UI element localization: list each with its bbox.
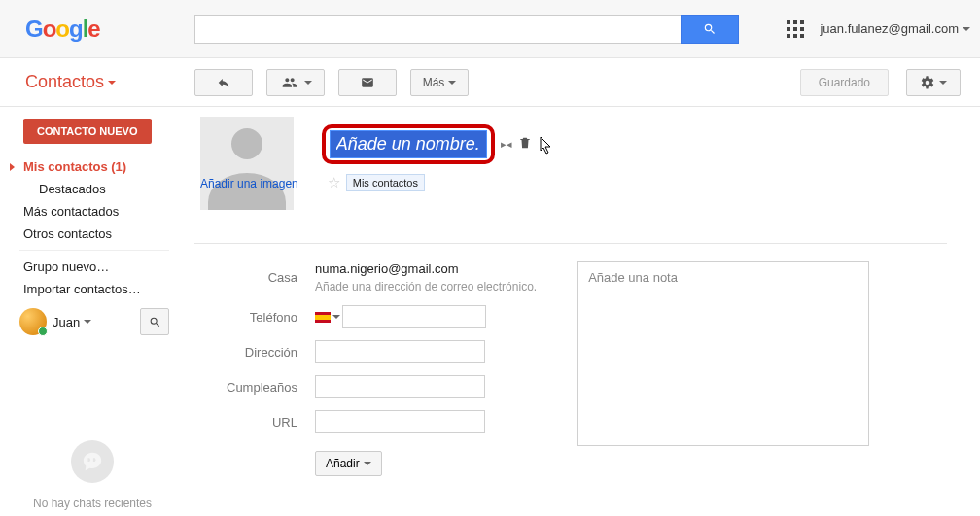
chat-search-button[interactable]	[140, 308, 169, 335]
chat-footer: No hay chats recientes	[0, 440, 185, 510]
trash-icon	[518, 135, 532, 151]
chevron-down-icon	[304, 81, 312, 85]
chevron-down-icon	[108, 81, 116, 85]
search-input[interactable]	[194, 15, 681, 44]
new-contact-button[interactable]: CONTACTO NUEVO	[23, 119, 152, 144]
address-input[interactable]	[315, 340, 485, 363]
field-label-birthday: Cumpleaños	[194, 380, 315, 395]
user-email: juan.fulanez@gmail.com	[820, 21, 959, 36]
chevron-down-icon	[364, 462, 371, 465]
more-button[interactable]: Más	[410, 69, 469, 96]
settings-button[interactable]	[906, 69, 961, 96]
search-icon	[703, 22, 717, 36]
nav-import[interactable]: Importar contactos…	[0, 278, 185, 300]
search-icon	[149, 316, 161, 328]
mail-icon	[359, 76, 376, 89]
back-button[interactable]	[194, 69, 253, 96]
apps-icon[interactable]	[787, 20, 804, 38]
user-status-menu[interactable]: Juan	[52, 315, 134, 329]
expand-name-icon[interactable]: ▸◂	[501, 138, 512, 151]
nav-new-group[interactable]: Grupo nuevo…	[0, 256, 185, 278]
nav-starred[interactable]: Destacados	[0, 178, 185, 200]
chevron-down-icon	[84, 320, 91, 324]
field-label-address: Dirección	[194, 345, 315, 360]
hangouts-icon[interactable]	[71, 440, 114, 483]
chevron-down-icon	[332, 315, 340, 319]
note-textarea[interactable]: Añade una nota	[578, 261, 869, 446]
main-content: Añadir una imagen ▸◂ ☆ Mis contactos	[185, 107, 980, 516]
contact-photo-placeholder[interactable]	[200, 117, 294, 210]
email-hint[interactable]: Añade una dirección de correo electrónic…	[315, 280, 537, 293]
no-chats-label: No hay chats recientes	[0, 497, 185, 510]
search-bar	[194, 15, 739, 44]
groups-button[interactable]	[266, 69, 325, 96]
field-label-home: Casa	[194, 270, 315, 285]
email-button[interactable]	[338, 69, 397, 96]
nav-other-contacts[interactable]: Otros contactos	[0, 223, 185, 245]
phone-input[interactable]	[342, 305, 486, 328]
account-menu[interactable]: juan.fulanez@gmail.com	[820, 21, 970, 36]
add-field-button[interactable]: Añadir	[315, 451, 382, 476]
sidebar: CONTACTO NUEVO Mis contactos (1) Destaca…	[0, 107, 185, 516]
add-image-link[interactable]: Añadir una imagen	[200, 177, 298, 190]
contact-group-tag[interactable]: Mis contactos	[346, 174, 425, 191]
star-icon[interactable]: ☆	[328, 174, 340, 191]
email-value[interactable]: numa.nigerio@gmail.com	[315, 261, 537, 276]
nav-most-contacted[interactable]: Más contactados	[0, 200, 185, 223]
app-title-menu[interactable]: Contactos	[25, 72, 194, 92]
user-avatar[interactable]	[19, 308, 47, 335]
saved-status: Guardado	[800, 69, 889, 96]
toolbar: Contactos Más Guardado	[0, 58, 980, 107]
url-input[interactable]	[315, 410, 485, 433]
flag-spain-icon	[315, 312, 331, 323]
chevron-down-icon	[962, 27, 970, 31]
reply-arrow-icon	[215, 76, 232, 89]
gear-icon	[920, 75, 935, 90]
country-flag-picker[interactable]	[315, 312, 340, 323]
name-highlight-box	[322, 124, 495, 164]
header: Google juan.fulanez@gmail.com	[0, 0, 980, 58]
search-button[interactable]	[681, 15, 739, 44]
group-icon	[279, 75, 300, 90]
chevron-down-icon	[939, 81, 947, 85]
field-label-phone: Teléfono	[194, 310, 315, 325]
field-label-url: URL	[194, 415, 315, 430]
chevron-down-icon	[448, 81, 456, 85]
google-logo[interactable]: Google	[25, 13, 115, 46]
delete-button[interactable]	[518, 135, 532, 154]
nav-my-contacts[interactable]: Mis contactos (1)	[0, 155, 185, 178]
cursor-pointer	[540, 136, 555, 157]
birthday-input[interactable]	[315, 375, 485, 398]
contact-name-input[interactable]	[330, 130, 487, 158]
